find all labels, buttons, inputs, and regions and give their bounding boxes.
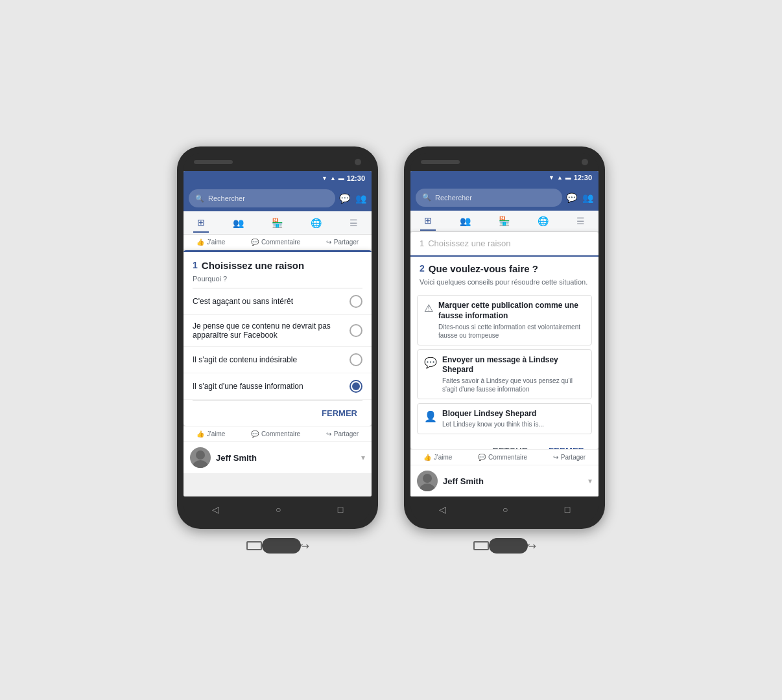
left-status-time: 12:30 (347, 174, 365, 182)
left-option-0[interactable]: C'est agaçant ou sans intérêt (184, 288, 372, 315)
right-step2-subtitle: Voici quelques conseils pour résoudre ce… (410, 277, 598, 291)
left-search-bar[interactable]: 🔍 Rechercher (189, 189, 335, 207)
right-signal-icon: ▲ (557, 174, 563, 181)
left-back-btn[interactable]: ◁ (212, 504, 219, 515)
left-chevron-down-icon: ▾ (361, 453, 365, 462)
right-bottom-home (489, 538, 528, 554)
left-home-btn[interactable]: ○ (276, 504, 281, 515)
right-phone-screen: ▼ ▲ ▬ 12:30 🔍 Rechercher 💬 👥 ⊞ (410, 171, 598, 496)
friends-nav-icon[interactable]: 👥 (229, 214, 248, 232)
right-step1-number: 1 (420, 239, 424, 248)
right-action-option-1[interactable]: 💬 Envoyer un message à Lindsey Shepard F… (417, 349, 592, 399)
right-phone-camera (582, 159, 588, 165)
right-comment-btn[interactable]: 💬 Commentaire (478, 454, 527, 461)
right-action-0-title: Marquer cette publication comme une faus… (438, 301, 585, 321)
right-battery-icon: ▬ (565, 174, 571, 181)
left-option-1[interactable]: Je pense que ce contenu ne devrait pas a… (184, 315, 372, 347)
left-nav-buttons: ◁ ○ □ (184, 496, 372, 522)
right-home-nav-icon[interactable]: ⊞ (420, 211, 436, 231)
left-search-placeholder: Rechercher (208, 194, 245, 202)
left-modal-subtitle: Pourquoi ? (184, 274, 372, 288)
right-action-option-2[interactable]: 👤 Bloquer Lindsey Shepard Let Lindsey kn… (417, 403, 592, 435)
left-radio-1[interactable] (350, 324, 362, 337)
signal-icon: ▲ (330, 175, 336, 181)
right-share-icon: ↪ (553, 454, 558, 461)
left-option-0-text: C'est agaçant ou sans intérêt (193, 297, 350, 306)
left-user-bar: Jeff Smith ▾ (184, 441, 372, 473)
left-radio-0[interactable] (350, 295, 362, 308)
left-top-action-bar: 👍 J'aime 💬 Commentaire ↪ Partager (184, 235, 372, 250)
globe-nav-icon[interactable]: 🌐 (307, 214, 326, 232)
right-messenger-icon[interactable]: 💬 (566, 192, 577, 203)
right-friends-nav-icon[interactable]: 👥 (456, 212, 475, 230)
like-label-bottom: J'aime (207, 430, 226, 438)
left-option-2[interactable]: Il s'agit de contenu indésirable (184, 347, 372, 373)
left-status-icons: ▼ ▲ ▬ 12:30 (322, 174, 365, 182)
like-label-top: J'aime (207, 239, 226, 246)
right-globe-nav-icon[interactable]: 🌐 (534, 212, 552, 230)
share-icon-top: ↪ (326, 239, 331, 246)
right-nav-bar: ⊞ 👥 🏪 🌐 ☰ (410, 211, 598, 233)
left-radio-3[interactable] (350, 380, 362, 393)
right-search-placeholder: Rechercher (435, 194, 472, 202)
right-fb-header: 🔍 Rechercher 💬 👥 (410, 185, 598, 211)
right-menu-nav-icon[interactable]: ☰ (573, 212, 589, 230)
home-nav-icon[interactable]: ⊞ (193, 213, 209, 233)
right-back-nav-btn[interactable]: ◁ (439, 504, 446, 515)
like-btn-bottom[interactable]: 👍 J'aime (196, 430, 226, 438)
left-radio-2[interactable] (350, 353, 362, 366)
store-nav-icon[interactable]: 🏪 (268, 214, 287, 232)
left-phone-top-bar (184, 153, 372, 171)
right-share-btn[interactable]: ↪ Partager (553, 454, 586, 461)
share-btn-top[interactable]: ↪ Partager (326, 239, 359, 246)
right-like-btn[interactable]: 👍 J'aime (423, 454, 453, 461)
right-phone-wrapper: ▼ ▲ ▬ 12:30 🔍 Rechercher 💬 👥 ⊞ (404, 146, 605, 554)
right-step2-header: 2 Que voulez-vous faire ? (410, 257, 598, 277)
left-phone-wrapper: ▼ ▲ ▬ 12:30 🔍 Rechercher 💬 👥 ⊞ (177, 146, 378, 554)
warning-icon: ⚠ (424, 302, 433, 314)
share-icon-bottom: ↪ (326, 430, 331, 438)
left-phone: ▼ ▲ ▬ 12:30 🔍 Rechercher 💬 👥 ⊞ (177, 146, 378, 529)
left-option-3[interactable]: Il s'agit d'une fausse information (184, 373, 372, 400)
left-close-btn[interactable]: FERMER (316, 406, 362, 421)
friends-icon[interactable]: 👥 (355, 193, 366, 204)
search-icon: 🔍 (195, 194, 204, 203)
right-comment-label: Commentaire (488, 454, 527, 461)
right-like-label: J'aime (434, 454, 453, 461)
left-bottom-back: ↩ (301, 540, 309, 552)
left-phone-screen: ▼ ▲ ▬ 12:30 🔍 Rechercher 💬 👥 ⊞ (184, 171, 372, 496)
menu-nav-icon[interactable]: ☰ (346, 214, 362, 232)
left-user-avatar (190, 447, 211, 468)
left-status-bar: ▼ ▲ ▬ 12:30 (184, 171, 372, 185)
svg-point-3 (420, 484, 435, 491)
right-recent-nav-btn[interactable]: □ (565, 504, 570, 515)
right-phone-speaker (421, 160, 460, 164)
svg-point-0 (196, 450, 205, 460)
left-bottom-square (246, 541, 262, 550)
left-option-1-text: Je pense que ce contenu ne devrait pas a… (193, 321, 350, 340)
right-status-bar: ▼ ▲ ▬ 12:30 (410, 171, 598, 185)
right-action-option-0[interactable]: ⚠ Marquer cette publication comme une fa… (417, 295, 592, 345)
right-search-bar[interactable]: 🔍 Rechercher (416, 189, 562, 207)
right-bottom-accessories: ↩ (460, 538, 549, 554)
right-store-nav-icon[interactable]: 🏪 (495, 212, 514, 230)
message-icon: 💬 (424, 356, 437, 369)
right-back-btn[interactable]: RETOUR (487, 443, 533, 449)
right-home-nav-btn[interactable]: ○ (503, 504, 508, 515)
comment-btn-bottom[interactable]: 💬 Commentaire (251, 430, 300, 438)
right-close-btn[interactable]: FERMER (543, 443, 589, 449)
right-wifi-icon: ▼ (549, 174, 554, 181)
left-bottom-accessories: ↩ (233, 538, 322, 554)
right-friends-icon[interactable]: 👥 (582, 192, 593, 203)
left-recent-btn[interactable]: □ (338, 504, 343, 515)
share-btn-bottom[interactable]: ↪ Partager (326, 430, 359, 438)
right-chevron-down-icon: ▾ (588, 476, 592, 485)
comment-icon-top: 💬 (251, 239, 259, 246)
right-phone: ▼ ▲ ▬ 12:30 🔍 Rechercher 💬 👥 ⊞ (404, 146, 605, 529)
right-user-bar: Jeff Smith ▾ (410, 465, 598, 496)
right-like-icon: 👍 (423, 454, 431, 461)
like-btn-top[interactable]: 👍 J'aime (196, 239, 226, 246)
comment-btn-top[interactable]: 💬 Commentaire (251, 239, 300, 246)
messenger-icon[interactable]: 💬 (339, 193, 350, 204)
right-action-2-content: Bloquer Lindsey Shepard Let Lindsey know… (442, 409, 544, 429)
